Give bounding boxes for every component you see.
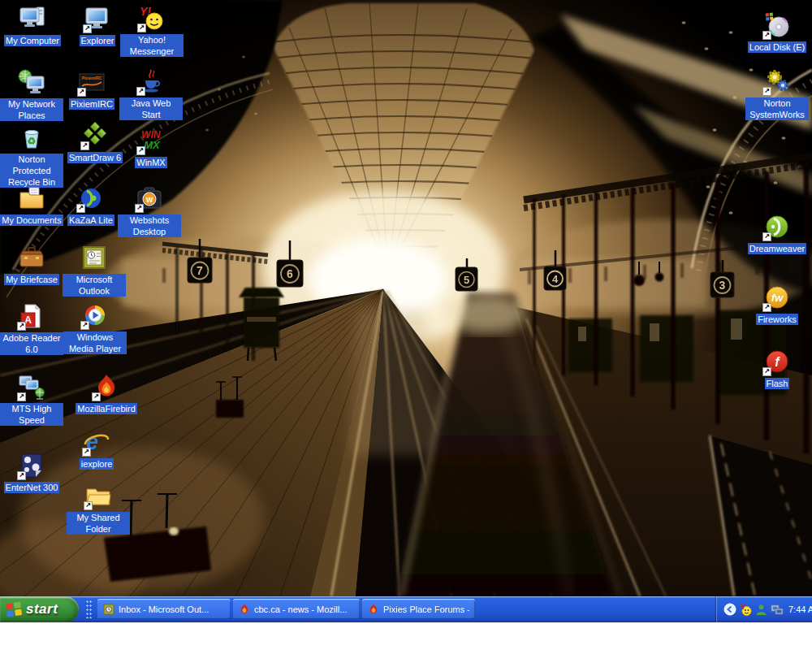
desktop-icon-smartdraw-6[interactable]: ↗ SmartDraw 6 xyxy=(63,122,127,163)
my-documents-icon xyxy=(18,184,45,212)
shortcut-arrow-icon: ↗ xyxy=(80,141,89,150)
winmx-icon: WIN MX ↗ xyxy=(137,127,165,154)
taskbar-button-cbc-mozilla[interactable]: cbc.ca - news - Mozill... xyxy=(233,599,360,619)
shortcut-arrow-icon: ↗ xyxy=(762,31,771,40)
desktop-icon-label: Dreamweaver xyxy=(748,243,806,254)
desktop-icon-label: KaZaA Lite xyxy=(67,214,114,226)
svg-text:PixiemIRC: PixiemIRC xyxy=(82,76,102,80)
quick-launch-handle[interactable] xyxy=(86,600,92,618)
desktop-icon-label: Explorer xyxy=(80,35,116,46)
recycle-bin-icon: ♻ xyxy=(18,124,45,151)
tray-collapse-chevron[interactable] xyxy=(723,603,736,616)
desktop-icon-label: WinMX xyxy=(135,157,166,168)
tray-clock[interactable]: 7:44 A xyxy=(788,604,812,614)
desktop[interactable]: 7 6 5 4 3 xyxy=(0,0,812,596)
my-network-places-icon xyxy=(18,68,45,96)
shortcut-arrow-icon: ↗ xyxy=(84,501,93,510)
desktop-icon-my-documents[interactable]: My Documents xyxy=(0,184,63,226)
desktop-icon-label: PixiemIRC xyxy=(69,98,114,110)
taskbar-button-pixies-forums[interactable]: Pixies Place Forums - ... xyxy=(362,599,475,619)
desktop-icon-norton-protected-recycle-bin[interactable]: ♻ Norton Protected Recycle Bin xyxy=(0,124,63,188)
desktop-icon-iexplore[interactable]: e ↗ iexplore xyxy=(65,428,128,470)
firebird-flame-icon xyxy=(368,604,379,615)
shortcut-arrow-icon: ↗ xyxy=(136,146,145,155)
svg-text:fw: fw xyxy=(771,292,784,304)
desktop-icon-enternet-300[interactable]: ↗ EnterNet 300 xyxy=(0,452,63,493)
outlook-icon xyxy=(103,604,114,615)
shortcut-arrow-icon: ↗ xyxy=(92,392,101,401)
tray-yahoo-messenger-icon[interactable] xyxy=(740,604,752,616)
desktop-icon-label: My Briefcase xyxy=(4,274,59,285)
smartdraw-icon: ↗ xyxy=(81,122,109,150)
shortcut-arrow-icon: ↗ xyxy=(762,303,771,312)
desktop-icon-label: My Shared Folder xyxy=(67,512,130,535)
platform-sign-7: 7 xyxy=(197,264,203,277)
norton-systemworks-icon: ↗ xyxy=(763,67,791,95)
local-disk-icon: ↗ xyxy=(763,11,791,39)
desktop-icon-label: Local Disk (E) xyxy=(748,41,806,53)
windows-flag-icon xyxy=(5,600,23,618)
tray-messenger-icon[interactable] xyxy=(755,604,767,616)
desktop-icon-windows-media-player[interactable]: ↗ Windows Media Player xyxy=(63,301,127,354)
shortcut-arrow-icon: ↗ xyxy=(17,322,26,331)
shortcut-arrow-icon: ↗ xyxy=(83,24,92,33)
shortcut-arrow-icon: ↗ xyxy=(17,471,26,480)
desktop-icon-my-network-places[interactable]: My Network Places xyxy=(0,68,63,121)
webshots-icon: W ↗ xyxy=(136,184,163,212)
desktop-icon-kazaa-lite[interactable]: ↗ KaZaA Lite xyxy=(59,184,123,226)
svg-text:Y!: Y! xyxy=(140,5,151,18)
shortcut-arrow-icon: ↗ xyxy=(762,232,771,241)
desktop-icon-label: Microsoft Outlook xyxy=(63,274,126,297)
desktop-icon-label: My Network Places xyxy=(0,98,63,121)
shortcut-arrow-icon: ↗ xyxy=(136,87,145,96)
start-button[interactable]: start xyxy=(0,596,79,622)
start-button-label: start xyxy=(26,601,58,618)
shortcut-arrow-icon: ↗ xyxy=(80,321,89,330)
platform-sign-6: 6 xyxy=(287,267,293,280)
mts-high-speed-icon: ↗ xyxy=(18,373,45,401)
desktop-icon-local-disk-e[interactable]: ↗ Local Disk (E) xyxy=(745,11,809,53)
svg-text:MX: MX xyxy=(144,139,161,151)
desktop-icon-label: My Documents xyxy=(0,214,63,226)
desktop-icon-label: Webshots Desktop xyxy=(118,214,181,237)
desktop-icon-microsoft-outlook[interactable]: Microsoft Outlook xyxy=(63,244,126,297)
desktop-icon-label: Adobe Reader 6.0 xyxy=(0,332,63,355)
platform-sign-4: 4 xyxy=(552,273,559,285)
desktop-icon-label: Java Web Start xyxy=(119,98,183,120)
tray-network-icon[interactable] xyxy=(771,604,784,616)
my-computer-icon xyxy=(19,5,46,32)
screenshot-bottom-margin xyxy=(0,622,812,650)
desktop-icon-label: Norton Protected Recycle Bin xyxy=(0,154,63,188)
desktop-icon-java-web-start[interactable]: ↗ Java Web Start xyxy=(119,67,183,120)
desktop-icon-mozilla-firebird[interactable]: ↗ MozillaFirebird xyxy=(75,373,138,414)
desktop-icon-label: Yahoo! Messenger xyxy=(120,34,184,57)
taskbar: start Inbox - Microsoft Out... cbc.ca - … xyxy=(0,596,812,622)
desktop-icon-label: SmartDraw 6 xyxy=(67,152,123,163)
desktop-icon-label: MozillaFirebird xyxy=(76,403,137,414)
enternet-icon: ↗ xyxy=(18,452,45,479)
kazaa-icon: ↗ xyxy=(77,184,105,212)
desktop-icon-my-briefcase[interactable]: My Briefcase xyxy=(0,244,63,285)
desktop-icon-my-computer[interactable]: My Computer xyxy=(1,5,64,46)
desktop-icon-webshots-desktop[interactable]: W ↗ Webshots Desktop xyxy=(118,184,181,237)
shortcut-arrow-icon: ↗ xyxy=(137,24,146,32)
desktop-icon-flash[interactable]: f ↗ Flash xyxy=(745,348,809,389)
desktop-icon-yahoo-messenger[interactable]: Y! ↗ Yahoo! Messenger xyxy=(120,4,184,57)
desktop-icon-adobe-reader[interactable]: A ↗ Adobe Reader 6.0 xyxy=(0,302,63,355)
taskbar-button-inbox-outlook[interactable]: Inbox - Microsoft Out... xyxy=(97,599,231,619)
shared-folder-icon: ↗ xyxy=(84,482,112,509)
windows-xp-desktop-screen: 7 6 5 4 3 xyxy=(0,0,812,650)
shortcut-arrow-icon: ↗ xyxy=(762,367,771,376)
desktop-icon-pixiemirc[interactable]: PixiemIRC ↗ PixiemIRC xyxy=(60,68,123,110)
desktop-icon-norton-systemworks[interactable]: ↗ Norton SystemWorks xyxy=(745,67,809,120)
desktop-icon-label: Norton SystemWorks xyxy=(745,98,809,120)
desktop-icon-mts-high-speed[interactable]: ↗ MTS High Speed xyxy=(0,373,63,426)
desktop-icon-label: Windows Media Player xyxy=(63,332,127,354)
shortcut-arrow-icon: ↗ xyxy=(135,204,144,213)
shortcut-arrow-icon: ↗ xyxy=(17,392,26,401)
desktop-icon-winmx[interactable]: WIN MX ↗ WinMX xyxy=(119,127,183,168)
desktop-icon-dreamweaver[interactable]: ↗ Dreamweaver xyxy=(745,213,809,254)
desktop-icon-my-shared-folder[interactable]: ↗ My Shared Folder xyxy=(67,482,130,535)
desktop-icon-fireworks[interactable]: fw ↗ Fireworks xyxy=(745,284,809,325)
desktop-icon-label: Fireworks xyxy=(756,314,798,325)
